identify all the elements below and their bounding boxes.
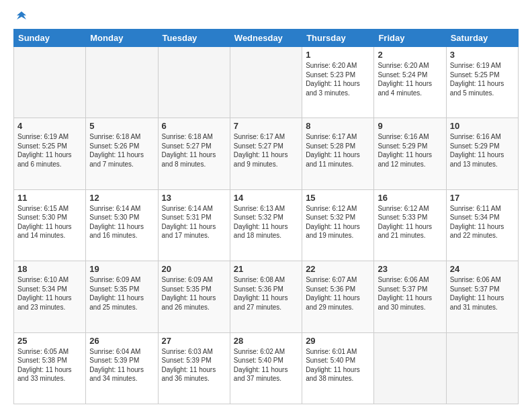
day-info: Sunrise: 6:17 AMSunset: 5:27 PMDaylight:… — [234, 132, 298, 169]
day-info: Sunrise: 6:09 AMSunset: 5:35 PMDaylight:… — [89, 275, 154, 312]
calendar-cell: 14Sunrise: 6:13 AMSunset: 5:32 PMDayligh… — [230, 189, 302, 261]
day-info: Sunrise: 6:01 AMSunset: 5:40 PMDaylight:… — [306, 347, 370, 383]
day-number: 12 — [89, 193, 154, 203]
day-info: Sunrise: 6:08 AMSunset: 5:36 PMDaylight:… — [234, 275, 298, 312]
calendar-cell — [158, 47, 230, 118]
day-number: 2 — [378, 50, 442, 60]
day-number: 3 — [450, 50, 515, 60]
calendar-week-row: 18Sunrise: 6:10 AMSunset: 5:34 PMDayligh… — [14, 261, 519, 332]
calendar-cell: 2Sunrise: 6:20 AMSunset: 5:24 PMDaylight… — [374, 47, 446, 118]
calendar-day-header: Tuesday — [158, 30, 230, 47]
day-info: Sunrise: 6:17 AMSunset: 5:28 PMDaylight:… — [306, 132, 370, 169]
calendar-cell — [14, 47, 86, 118]
day-number: 28 — [234, 336, 298, 346]
day-number: 23 — [378, 264, 442, 274]
day-number: 16 — [378, 193, 442, 203]
calendar-cell: 9Sunrise: 6:16 AMSunset: 5:29 PMDaylight… — [374, 118, 446, 189]
day-info: Sunrise: 6:12 AMSunset: 5:32 PMDaylight:… — [306, 204, 370, 240]
day-info: Sunrise: 6:18 AMSunset: 5:27 PMDaylight:… — [162, 132, 226, 169]
calendar-day-header: Sunday — [14, 30, 86, 47]
day-number: 21 — [234, 264, 298, 274]
calendar-cell: 6Sunrise: 6:18 AMSunset: 5:27 PMDaylight… — [158, 118, 230, 189]
day-number: 9 — [378, 121, 442, 131]
calendar-table: SundayMondayTuesdayWednesdayThursdayFrid… — [13, 29, 519, 404]
calendar-week-row: 1Sunrise: 6:20 AMSunset: 5:23 PMDaylight… — [14, 47, 519, 118]
calendar-cell: 19Sunrise: 6:09 AMSunset: 5:35 PMDayligh… — [86, 261, 158, 332]
day-number: 27 — [162, 336, 226, 346]
day-info: Sunrise: 6:16 AMSunset: 5:29 PMDaylight:… — [378, 132, 442, 169]
calendar-cell — [446, 332, 518, 404]
day-number: 20 — [162, 264, 226, 274]
calendar-week-row: 4Sunrise: 6:19 AMSunset: 5:25 PMDaylight… — [14, 118, 519, 189]
calendar-week-row: 25Sunrise: 6:05 AMSunset: 5:38 PMDayligh… — [14, 332, 519, 404]
day-info: Sunrise: 6:06 AMSunset: 5:37 PMDaylight:… — [378, 275, 442, 312]
calendar-cell: 5Sunrise: 6:18 AMSunset: 5:26 PMDaylight… — [86, 118, 158, 189]
calendar-cell — [86, 47, 158, 118]
calendar-cell: 16Sunrise: 6:12 AMSunset: 5:33 PMDayligh… — [374, 189, 446, 261]
day-number: 10 — [450, 121, 515, 131]
calendar-week-row: 11Sunrise: 6:15 AMSunset: 5:30 PMDayligh… — [14, 189, 519, 261]
calendar-cell: 4Sunrise: 6:19 AMSunset: 5:25 PMDaylight… — [14, 118, 86, 189]
calendar-day-header: Thursday — [302, 30, 374, 47]
day-info: Sunrise: 6:10 AMSunset: 5:34 PMDaylight:… — [17, 275, 82, 312]
calendar-cell: 25Sunrise: 6:05 AMSunset: 5:38 PMDayligh… — [14, 332, 86, 404]
day-number: 5 — [89, 121, 154, 131]
day-number: 22 — [306, 264, 370, 274]
calendar-cell: 7Sunrise: 6:17 AMSunset: 5:27 PMDaylight… — [230, 118, 302, 189]
day-info: Sunrise: 6:14 AMSunset: 5:30 PMDaylight:… — [89, 204, 154, 240]
header — [13, 10, 519, 22]
page: SundayMondayTuesdayWednesdayThursdayFrid… — [0, 0, 532, 411]
calendar-cell: 23Sunrise: 6:06 AMSunset: 5:37 PMDayligh… — [374, 261, 446, 332]
calendar-cell: 22Sunrise: 6:07 AMSunset: 5:36 PMDayligh… — [302, 261, 374, 332]
day-info: Sunrise: 6:15 AMSunset: 5:30 PMDaylight:… — [17, 204, 82, 240]
calendar-cell — [374, 332, 446, 404]
day-number: 19 — [89, 264, 154, 274]
calendar-cell: 15Sunrise: 6:12 AMSunset: 5:32 PMDayligh… — [302, 189, 374, 261]
day-info: Sunrise: 6:19 AMSunset: 5:25 PMDaylight:… — [450, 61, 515, 97]
day-number: 7 — [234, 121, 298, 131]
day-info: Sunrise: 6:18 AMSunset: 5:26 PMDaylight:… — [89, 132, 154, 169]
day-number: 17 — [450, 193, 515, 203]
day-number: 11 — [17, 193, 82, 203]
calendar-cell: 17Sunrise: 6:11 AMSunset: 5:34 PMDayligh… — [446, 189, 518, 261]
day-number: 15 — [306, 193, 370, 203]
day-info: Sunrise: 6:06 AMSunset: 5:37 PMDaylight:… — [450, 275, 515, 312]
day-number: 1 — [306, 50, 370, 60]
logo-bird-icon — [14, 10, 29, 25]
day-info: Sunrise: 6:20 AMSunset: 5:23 PMDaylight:… — [306, 61, 370, 97]
day-number: 29 — [306, 336, 370, 346]
day-number: 14 — [234, 193, 298, 203]
calendar-cell: 8Sunrise: 6:17 AMSunset: 5:28 PMDaylight… — [302, 118, 374, 189]
day-number: 6 — [162, 121, 226, 131]
calendar-cell: 1Sunrise: 6:20 AMSunset: 5:23 PMDaylight… — [302, 47, 374, 118]
day-info: Sunrise: 6:04 AMSunset: 5:39 PMDaylight:… — [89, 347, 154, 383]
day-number: 4 — [17, 121, 82, 131]
svg-marker-0 — [17, 11, 26, 19]
day-info: Sunrise: 6:11 AMSunset: 5:34 PMDaylight:… — [450, 204, 515, 240]
calendar-cell: 27Sunrise: 6:03 AMSunset: 5:39 PMDayligh… — [158, 332, 230, 404]
day-info: Sunrise: 6:20 AMSunset: 5:24 PMDaylight:… — [378, 61, 442, 97]
calendar-day-header: Saturday — [446, 30, 518, 47]
day-number: 26 — [89, 336, 154, 346]
calendar-cell: 11Sunrise: 6:15 AMSunset: 5:30 PMDayligh… — [14, 189, 86, 261]
calendar-cell: 26Sunrise: 6:04 AMSunset: 5:39 PMDayligh… — [86, 332, 158, 404]
calendar-cell: 29Sunrise: 6:01 AMSunset: 5:40 PMDayligh… — [302, 332, 374, 404]
day-info: Sunrise: 6:09 AMSunset: 5:35 PMDaylight:… — [162, 275, 226, 312]
day-info: Sunrise: 6:13 AMSunset: 5:32 PMDaylight:… — [234, 204, 298, 240]
day-number: 13 — [162, 193, 226, 203]
calendar-day-header: Friday — [374, 30, 446, 47]
day-info: Sunrise: 6:16 AMSunset: 5:29 PMDaylight:… — [450, 132, 515, 169]
day-number: 18 — [17, 264, 82, 274]
day-number: 24 — [450, 264, 515, 274]
day-info: Sunrise: 6:03 AMSunset: 5:39 PMDaylight:… — [162, 347, 226, 383]
calendar-cell: 20Sunrise: 6:09 AMSunset: 5:35 PMDayligh… — [158, 261, 230, 332]
calendar-day-header: Monday — [86, 30, 158, 47]
calendar-cell: 13Sunrise: 6:14 AMSunset: 5:31 PMDayligh… — [158, 189, 230, 261]
day-number: 25 — [17, 336, 82, 346]
calendar-cell: 10Sunrise: 6:16 AMSunset: 5:29 PMDayligh… — [446, 118, 518, 189]
day-info: Sunrise: 6:14 AMSunset: 5:31 PMDaylight:… — [162, 204, 226, 240]
calendar-cell: 21Sunrise: 6:08 AMSunset: 5:36 PMDayligh… — [230, 261, 302, 332]
day-info: Sunrise: 6:19 AMSunset: 5:25 PMDaylight:… — [17, 132, 82, 169]
day-number: 8 — [306, 121, 370, 131]
calendar-cell: 18Sunrise: 6:10 AMSunset: 5:34 PMDayligh… — [14, 261, 86, 332]
